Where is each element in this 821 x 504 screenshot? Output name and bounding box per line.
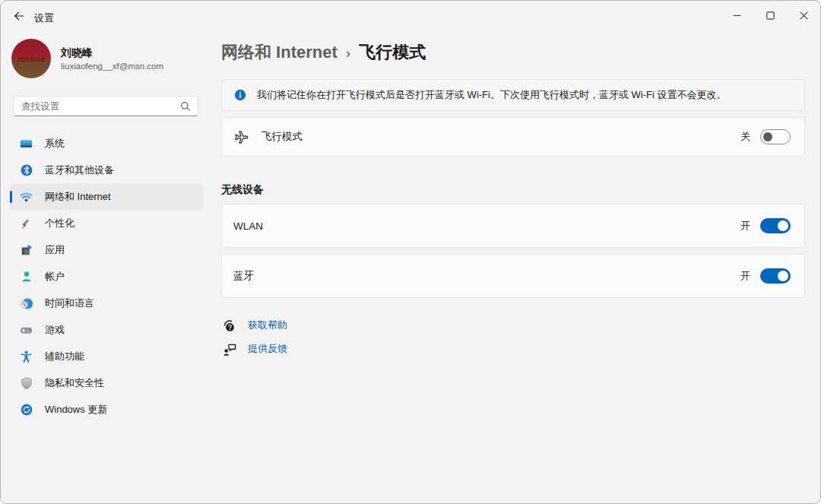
sidebar-item-label: 个性化 [45, 217, 74, 230]
maximize-button[interactable] [753, 1, 787, 30]
wireless-section-title: 无线设备 [221, 183, 805, 198]
sidebar-item-windows-update[interactable]: Windows 更新 [10, 397, 203, 423]
window-controls [720, 1, 820, 30]
profile[interactable]: JOYSIDE 刘晓峰 liuxiaofeng__xf@msn.com [1, 31, 212, 78]
sidebar-item-label: 网络和 Internet [45, 190, 111, 204]
main-content: 网络和 Internet › 飞行模式 我们将记住你在打开飞行模式后是否打开蓝牙… [221, 31, 805, 357]
toggle-knob [778, 220, 788, 231]
toggle-knob [778, 271, 788, 281]
back-button[interactable] [7, 5, 31, 27]
accessibility-icon [19, 350, 33, 364]
give-feedback-link[interactable]: 提供反馈 [248, 342, 287, 356]
avatar: JOYSIDE [11, 39, 51, 78]
wlan-label: WLAN [233, 220, 263, 232]
avatar-text: JOYSIDE [11, 57, 51, 62]
sidebar-item-label: Windows 更新 [45, 403, 107, 417]
airplane-mode-row: 飞行模式 关 [221, 117, 805, 157]
apps-icon [19, 243, 33, 258]
profile-name: 刘晓峰 [61, 45, 163, 60]
app-title: 设置 [34, 11, 54, 25]
sidebar-item-personalization[interactable]: 个性化 [10, 211, 203, 236]
breadcrumb-parent[interactable]: 网络和 Internet [221, 41, 338, 64]
selected-indicator [10, 191, 12, 203]
sidebar: JOYSIDE 刘晓峰 liuxiaofeng__xf@msn.com [1, 31, 212, 503]
sidebar-item-accounts[interactable]: 帐户 [10, 264, 203, 290]
sidebar-item-bluetooth-devices[interactable]: 蓝牙和其他设备 [10, 157, 203, 183]
get-help-row[interactable]: 获取帮助 [221, 317, 805, 334]
airplane-mode-toggle[interactable] [760, 129, 791, 144]
bluetooth-label: 蓝牙 [233, 269, 254, 283]
maximize-icon [766, 11, 775, 20]
bluetooth-toggle[interactable] [760, 268, 791, 284]
sidebar-item-time-language[interactable]: 时间和语言 [10, 290, 203, 316]
sidebar-item-network-internet[interactable]: 网络和 Internet [10, 184, 203, 210]
info-banner: 我们将记住你在打开飞行模式后是否打开蓝牙或 Wi-Fi。下次使用飞行模式时，蓝牙… [221, 79, 805, 111]
close-button[interactable] [787, 1, 820, 30]
airplane-icon [233, 129, 249, 145]
bluetooth-state: 开 [740, 269, 750, 283]
search-input[interactable] [14, 97, 198, 116]
system-icon [19, 137, 33, 151]
wlan-toggle[interactable] [760, 218, 791, 233]
shield-icon [19, 376, 33, 391]
get-help-link[interactable]: 获取帮助 [248, 319, 287, 332]
breadcrumb: 网络和 Internet › 飞行模式 [221, 41, 805, 64]
bluetooth-icon [19, 163, 33, 178]
get-help-icon [221, 318, 236, 333]
wifi-icon [19, 190, 33, 204]
feedback-icon [221, 341, 236, 357]
breadcrumb-separator: › [346, 44, 350, 62]
wlan-row: WLAN 开 [221, 204, 805, 248]
page-title: 飞行模式 [359, 41, 426, 64]
sidebar-item-label: 辅助功能 [45, 350, 84, 363]
info-banner-text: 我们将记住你在打开飞行模式后是否打开蓝牙或 Wi-Fi。下次使用飞行模式时，蓝牙… [257, 88, 726, 102]
toggle-knob [763, 132, 772, 141]
titlebar: 设置 [1, 1, 820, 31]
sidebar-item-label: 系统 [45, 137, 65, 151]
sidebar-item-system[interactable]: 系统 [10, 131, 203, 157]
gamepad-icon [19, 323, 33, 338]
info-icon [234, 89, 246, 101]
profile-email: liuxiaofeng__xf@msn.com [61, 61, 163, 72]
minimize-icon [733, 11, 741, 20]
sidebar-item-label: 时间和语言 [45, 296, 94, 310]
airplane-mode-label: 飞行模式 [262, 130, 303, 144]
give-feedback-row[interactable]: 提供反馈 [221, 341, 805, 357]
sidebar-item-privacy-security[interactable]: 隐私和安全性 [10, 370, 203, 396]
help-section: 获取帮助 提供反馈 [221, 317, 805, 357]
airplane-mode-state: 关 [740, 130, 750, 144]
sidebar-item-label: 应用 [45, 243, 65, 257]
bluetooth-row: 蓝牙 开 [221, 254, 805, 298]
time-language-icon [19, 296, 33, 311]
sidebar-item-label: 帐户 [45, 270, 65, 284]
settings-window: 设置 JOYSIDE [0, 0, 821, 504]
account-icon [19, 270, 33, 284]
wlan-state: 开 [740, 219, 750, 233]
sidebar-item-label: 隐私和安全性 [45, 376, 104, 390]
paintbrush-icon [19, 217, 33, 231]
back-arrow-icon [13, 10, 25, 22]
sidebar-item-label: 蓝牙和其他设备 [45, 163, 114, 177]
search-box [13, 96, 198, 116]
sidebar-item-gaming[interactable]: 游戏 [10, 317, 203, 343]
update-icon [19, 403, 33, 417]
sidebar-item-label: 游戏 [45, 323, 65, 337]
sidebar-item-accessibility[interactable]: 辅助功能 [10, 344, 203, 369]
close-icon [800, 11, 808, 20]
sidebar-item-apps[interactable]: 应用 [10, 237, 203, 263]
search-icon [180, 101, 191, 115]
minimize-button[interactable] [720, 1, 753, 30]
sidebar-nav: 系统 蓝牙和其他设备 [1, 131, 212, 423]
